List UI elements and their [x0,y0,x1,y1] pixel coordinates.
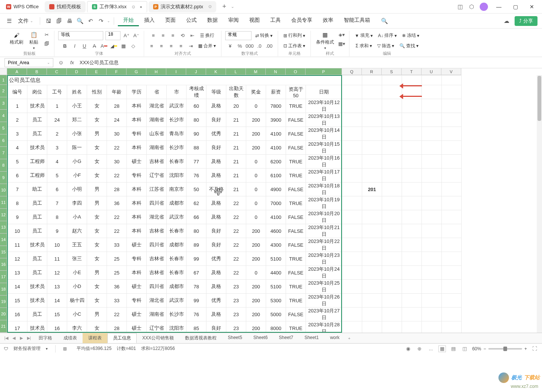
row-header[interactable]: 1 [0,75,7,85]
col-header[interactable]: H [146,68,166,75]
grid[interactable]: 公司员工信息编号岗位工号姓名性别年龄学历省市考核成绩等级出勤天数奖金薪资资高于5… [7,75,462,333]
italic-icon[interactable]: I [71,42,78,50]
hamburger-icon[interactable]: ☰ [5,17,14,26]
row-header[interactable]: 3 [0,97,7,110]
col-header[interactable]: E [87,68,107,75]
bold-icon[interactable]: B [61,42,69,50]
align-bottom-icon[interactable]: ≡ [169,32,177,39]
row-header[interactable]: 15 [0,246,7,258]
vertical-scrollbar[interactable] [537,75,542,333]
row-header[interactable]: 16 [0,258,7,271]
menu-审阅[interactable]: 审阅 [223,15,244,26]
indent-out-icon[interactable]: ⇤ [189,32,196,39]
col-header[interactable]: V [441,68,461,75]
view-layout-icon[interactable]: ▤ [450,345,457,352]
strike-icon[interactable]: A̶ [90,42,98,50]
col-header[interactable]: O [286,68,306,75]
comma-icon[interactable]: 000 [246,42,253,50]
table-style-icon[interactable]: ▦▾ [338,40,345,47]
fill-button[interactable]: ▼ 填充▾ [353,32,374,39]
rows-cols-button[interactable]: ⊞ 行和列▾ [282,32,307,39]
search-icon[interactable]: 🔍 [380,17,389,26]
tab-nav-next[interactable]: ▶ [18,335,25,342]
row-header[interactable]: 14 [0,234,7,246]
convert-button[interactable]: ⇄ 转换▾ [254,32,274,39]
redo-icon[interactable]: ↷ [96,17,105,26]
settings-icon[interactable]: ... [427,345,435,352]
sheet-tab[interactable]: work [324,333,345,343]
chevron-down-icon[interactable]: ⌄ [107,19,110,23]
tab-template[interactable]: 找稻壳模板 [45,1,86,12]
menu-页面[interactable]: 页面 [160,15,181,26]
conditional-format-button[interactable]: ▦条件格式▾ [315,31,336,51]
sheet-tab[interactable]: Sheet7 [273,333,299,343]
align-top-icon[interactable]: ≡ [150,32,157,39]
col-header[interactable]: J [186,68,206,75]
row-header[interactable]: 21 [0,320,7,333]
sum-button[interactable]: Σ 求和▾ [354,42,373,50]
user-avatar[interactable] [480,3,488,11]
menu-视图[interactable]: 视图 [244,15,265,26]
copy-icon[interactable]: 🗐 [43,40,50,47]
chevron-down-icon[interactable]: ⌄ [231,4,234,9]
menu-工具[interactable]: 工具 [265,15,286,26]
align-middle-icon[interactable]: ≡ [160,32,167,39]
name-box[interactable]: Print_Area⌄ [5,58,53,67]
format-painter-button[interactable]: 🖌格式刷 [8,31,25,51]
col-header[interactable]: U [422,68,441,75]
font-select[interactable]: 等线 [58,31,103,40]
align-left-icon[interactable]: ≡ [148,42,155,50]
share-button[interactable]: ⤴ 分享 [515,16,537,26]
macro-icon[interactable]: ◉ [405,345,412,352]
maximize-button[interactable]: ▢ [510,1,521,12]
sheet-tab[interactable]: XXX公司销售额 [137,333,179,343]
preview-icon[interactable]: 🔍 [75,17,84,26]
sheet-tab[interactable]: 数据透视表教程 [179,333,222,343]
select-all-corner[interactable] [0,68,7,75]
cloud-icon[interactable]: ☁ [502,17,511,26]
tab-nav-first[interactable]: |◀ [3,335,10,342]
file-menu[interactable]: 文件⌄ [15,18,36,24]
menu-公式[interactable]: 公式 [181,15,202,26]
row-header[interactable]: 11 [0,196,7,209]
tab-presentation[interactable]: P 演示文稿素材2.pptx ⊙ [149,1,216,12]
zoom-in-icon[interactable]: + [524,346,527,351]
col-header[interactable]: T [402,68,422,75]
sort-button[interactable]: A↓ 排序▾ [376,32,398,39]
formula-input[interactable]: XXX公司员工信息 [80,59,119,66]
justify-icon[interactable]: ≡ [177,42,185,50]
col-header[interactable]: B [27,68,47,75]
view-icon[interactable]: ⊞ [63,346,67,351]
paste-button[interactable]: 📋粘贴▾ [28,31,40,51]
border-icon[interactable]: ▦ [120,42,127,50]
row-header[interactable]: 9 [0,172,7,184]
align-right-icon[interactable]: ≡ [167,42,175,50]
col-header[interactable]: I [166,68,186,75]
merge-button[interactable]: ▦ 合并▾ [197,42,217,50]
save-icon[interactable]: 🖫 [44,17,53,26]
sheet-tab[interactable]: Sheet6 [248,333,273,343]
col-header[interactable]: P [306,68,342,75]
add-sheet-button[interactable]: + [346,335,353,342]
menu-数据[interactable]: 数据 [202,15,223,26]
col-header[interactable]: L [226,68,246,75]
row-header[interactable]: 5 [0,122,7,134]
status-mgmt[interactable]: 财务报表管理 [14,345,41,352]
row-header[interactable]: 6 [0,134,7,147]
tab-workbook[interactable]: S 工作簿3.xlsx ⊙ ● [87,1,147,12]
close-button[interactable]: ✕ [526,1,537,12]
col-header[interactable]: K [206,68,226,75]
zoom-control[interactable]: 60% − + [472,346,527,351]
menu-智能工具箱[interactable]: 智能工具箱 [339,15,375,26]
font-color-icon[interactable]: A [100,42,108,50]
freeze-button[interactable]: ❄ 冻结▾ [400,32,421,39]
fx-icon[interactable]: fx [68,59,76,66]
menu-效率[interactable]: 效率 [318,15,339,26]
underline-icon[interactable]: U [81,42,88,50]
col-header[interactable]: C [47,68,67,75]
cut-icon[interactable]: ✂ [43,31,50,38]
tab-nav-prev[interactable]: ◀ [11,335,17,342]
tab-nav-last[interactable]: ▶| [26,335,32,342]
col-header[interactable]: G [126,68,146,75]
increase-decimal-icon[interactable]: .00 [265,42,273,50]
